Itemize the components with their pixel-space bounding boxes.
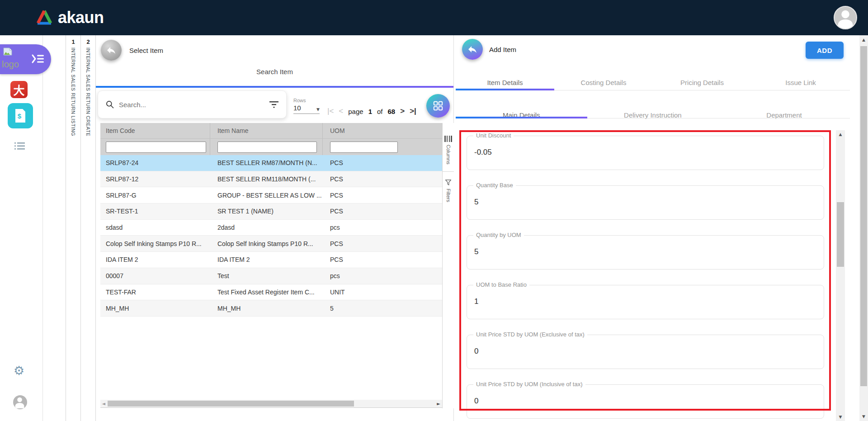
active-tab-indicator xyxy=(456,89,554,90)
subtab-department[interactable]: Department xyxy=(718,109,850,125)
profile-icon[interactable] xyxy=(13,395,27,409)
field-value: -0.05 xyxy=(467,136,824,157)
columns-icon xyxy=(444,136,452,142)
cell-item-code: SRLP87-G xyxy=(100,192,210,199)
vertical-tab-number: 2 xyxy=(86,38,90,45)
cell-item-code: Colop Self Inking Stamps P10 R... xyxy=(100,240,210,247)
field-quantity-by-uom[interactable]: Quantity by UOM 5 xyxy=(467,235,824,270)
next-page-button[interactable]: > xyxy=(400,107,405,116)
app-icon-invoice[interactable]: $ xyxy=(8,103,33,128)
horizontal-scroll-thumb[interactable] xyxy=(108,401,354,407)
columns-tool-button[interactable]: Columns xyxy=(443,123,454,164)
page-scrollbar[interactable]: ▲ ▼ xyxy=(859,35,868,421)
workspace-logo-pill[interactable]: logo xyxy=(0,44,51,74)
page-scroll-thumb[interactable] xyxy=(860,46,867,386)
add-item-panel: Add Item ADD Item Details Costing Detail… xyxy=(454,35,859,421)
table-row[interactable]: SR-TEST-1 SR TEST 1 (NAME) PCS xyxy=(100,203,442,220)
scroll-left-icon[interactable]: ◄ xyxy=(100,401,107,406)
scroll-up-icon[interactable]: ▲ xyxy=(836,132,845,137)
table-row[interactable]: sdasd 2dasd pcs xyxy=(100,220,442,236)
vertical-tab-strip: 1 INTERNAL SALES RETURN LISTING 2 INTERN… xyxy=(66,35,96,421)
logo-alt-text: logo xyxy=(2,59,19,70)
left-sidebar: logo 大 $ ⚙ xyxy=(0,35,43,421)
cell-item-name: Colop Self Inking Stamps P10 R... xyxy=(210,240,323,247)
grid-view-button[interactable] xyxy=(426,94,450,118)
search-input[interactable] xyxy=(119,101,264,109)
table-filter-row xyxy=(100,138,442,155)
add-button[interactable]: ADD xyxy=(806,42,844,59)
sidebar-toggle-icon[interactable] xyxy=(31,54,45,64)
cell-uom: PCS xyxy=(323,175,442,183)
list-menu-icon[interactable] xyxy=(14,142,25,152)
user-avatar[interactable] xyxy=(834,6,857,29)
rows-per-page-label: Rows xyxy=(293,98,306,103)
table-row[interactable]: 00007 Test pcs xyxy=(100,268,442,284)
item-code-filter-input[interactable] xyxy=(106,142,206,153)
column-header-item-name[interactable]: Item Name xyxy=(210,123,323,138)
vertical-tab-label: INTERNAL SALES RETURN LISTING xyxy=(71,47,76,136)
filter-list-icon[interactable] xyxy=(269,100,279,109)
current-page: 1 xyxy=(368,108,372,115)
back-button[interactable] xyxy=(101,40,122,61)
table-row[interactable]: IDA ITEM 2 IDA ITEM 2 PCS xyxy=(100,252,442,268)
scroll-down-icon[interactable]: ▼ xyxy=(836,415,845,419)
cell-uom: PCS xyxy=(323,159,442,166)
form-fields: Unit Discount -0.05 Quantity Base 5 Quan… xyxy=(467,136,824,421)
back-button[interactable] xyxy=(462,39,483,60)
prev-page-button[interactable]: < xyxy=(339,107,343,116)
table-row[interactable]: SRLP87-12 BEST SELLER RM118/MONTH (... P… xyxy=(100,171,442,188)
uom-filter-input[interactable] xyxy=(330,142,398,153)
table-row[interactable]: SRLP87-G GROUP - BEST SELLER AS LOW ... … xyxy=(100,187,442,203)
select-item-panel: Select Item Search Item Rows 10 ▼ |< < p… xyxy=(96,35,454,421)
cell-item-name: Test xyxy=(210,272,323,279)
app-icon-red[interactable]: 大 xyxy=(10,81,28,98)
field-quantity-base[interactable]: Quantity Base 5 xyxy=(467,185,824,220)
first-page-button[interactable]: |< xyxy=(327,107,334,116)
cell-item-name: IDA ITEM 2 xyxy=(210,256,323,263)
cell-item-code: 00007 xyxy=(100,272,210,279)
item-name-filter-input[interactable] xyxy=(217,142,317,153)
field-unit-price-std-inclusive[interactable]: Unit Price STD by UOM (Inclusive of tax)… xyxy=(467,384,824,419)
panel-title: Add Item xyxy=(489,46,516,53)
cell-item-code: sdasd xyxy=(100,224,210,231)
field-uom-to-base-ratio[interactable]: UOM to Base Ratio 1 xyxy=(467,285,824,319)
of-word: of xyxy=(377,108,383,115)
total-pages: 68 xyxy=(388,108,396,115)
columns-tool-label: Columns xyxy=(446,145,451,164)
scroll-down-icon[interactable]: ▼ xyxy=(859,414,868,419)
field-label: Quantity Base xyxy=(473,182,516,189)
vertical-tab-label: INTERNAL SALES RETURN CREATE xyxy=(85,47,91,137)
scroll-up-icon[interactable]: ▲ xyxy=(859,38,868,42)
cell-uom: PCS xyxy=(323,208,442,215)
cell-item-name: GROUP - BEST SELLER AS LOW ... xyxy=(210,192,323,199)
column-header-item-code[interactable]: Item Code xyxy=(100,123,210,138)
cell-item-code: SRLP87-12 xyxy=(100,175,210,183)
vertical-tab-number: 1 xyxy=(71,38,75,45)
table-row[interactable]: SRLP87-24 BEST SELLER RM87/MONTH (N... P… xyxy=(100,155,442,171)
column-header-uom[interactable]: UOM xyxy=(323,127,442,134)
invoice-doc-icon: $ xyxy=(14,108,27,123)
table-row[interactable]: MH_MH MH_MH 5 xyxy=(100,300,442,317)
settings-gear-icon[interactable]: ⚙ xyxy=(14,364,24,377)
vertical-tab-internal-sales-return-listing[interactable]: 1 INTERNAL SALES RETURN LISTING xyxy=(66,35,81,421)
horizontal-scrollbar[interactable]: ◄ ► xyxy=(100,400,442,408)
field-label: Unit Discount xyxy=(473,132,514,139)
table-header: Item Code Item Name UOM xyxy=(100,123,442,138)
panel-scrollbar[interactable]: ▲ ▼ xyxy=(836,130,845,421)
table-row[interactable]: Colop Self Inking Stamps P10 R... Colop … xyxy=(100,236,442,252)
panel-scroll-thumb[interactable] xyxy=(837,202,844,267)
field-unit-discount[interactable]: Unit Discount -0.05 xyxy=(467,136,824,170)
table-row[interactable]: TEST-FAR Test Fixed Asset Register Item … xyxy=(100,284,442,301)
field-unit-price-std-exclusive[interactable]: Unit Price STD by UOM (Exclusive of tax)… xyxy=(467,335,824,369)
subtab-delivery-instruction[interactable]: Delivery Instruction xyxy=(587,109,719,125)
cell-item-code: SR-TEST-1 xyxy=(100,208,210,215)
last-page-button[interactable]: >| xyxy=(410,107,416,116)
rows-per-page-select[interactable]: 10 ▼ xyxy=(293,104,320,114)
broken-image-icon xyxy=(3,47,12,56)
scroll-right-icon[interactable]: ► xyxy=(435,401,442,406)
vertical-tab-internal-sales-return-create[interactable]: 2 INTERNAL SALES RETURN CREATE xyxy=(81,35,96,421)
field-value: 0 xyxy=(467,385,824,406)
screen: akaun logo 大 $ xyxy=(0,0,868,421)
red-app-glyph: 大 xyxy=(13,81,24,98)
filters-tool-button[interactable]: Filters xyxy=(443,171,454,202)
